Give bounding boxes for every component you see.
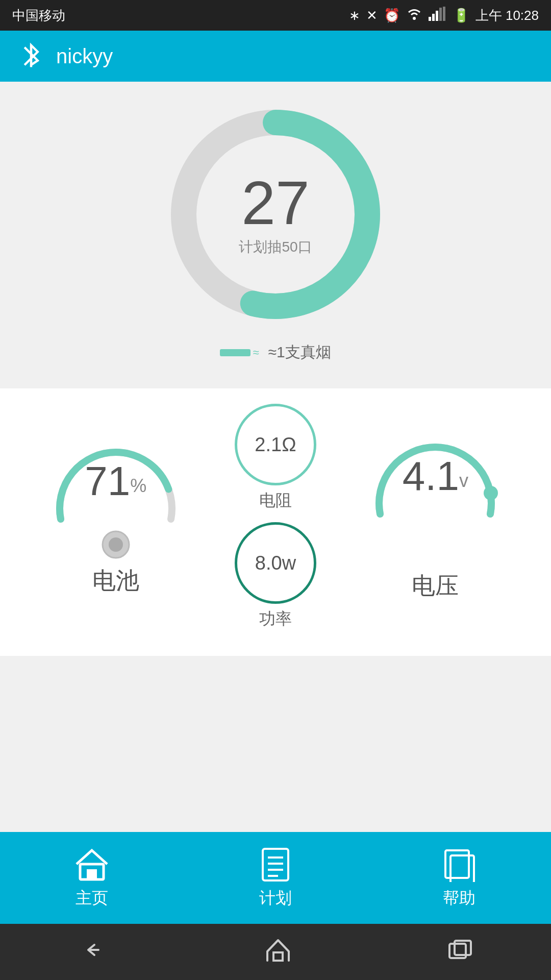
- power-gauge: 8.0w: [235, 522, 316, 604]
- svg-rect-5: [443, 7, 445, 21]
- svg-point-10: [109, 537, 123, 552]
- battery-arc-container: 71%: [49, 437, 182, 540]
- voltage-label: 电压: [412, 570, 459, 602]
- home-icon: [74, 846, 110, 882]
- main-content: 27 计划抽50口 ≈ ≈1支真烟: [0, 82, 551, 656]
- voltage-value: 4.1: [403, 453, 459, 499]
- svg-rect-3: [436, 11, 438, 21]
- plan-icon: [258, 846, 293, 882]
- voltage-value-container: 4.1v: [403, 453, 468, 500]
- cigarette-text: ≈1支真烟: [268, 342, 331, 363]
- nav-item-home[interactable]: 主页: [41, 846, 143, 910]
- system-nav: [0, 924, 551, 980]
- recents-button[interactable]: [447, 940, 473, 965]
- back-button[interactable]: [78, 940, 109, 965]
- power-label: 功率: [259, 608, 292, 630]
- svg-rect-1: [429, 17, 431, 21]
- donut-value: 27: [239, 172, 312, 233]
- svg-point-11: [484, 486, 498, 500]
- help-icon: [441, 846, 477, 882]
- svg-rect-2: [432, 14, 435, 21]
- mute-icon: ✕: [366, 8, 378, 23]
- time-label: 上午 10:28: [475, 7, 539, 24]
- status-right: ∗ ✕ ⏰ 🔋 上午 10:28: [349, 7, 539, 24]
- bluetooth-icon: [18, 41, 44, 71]
- resistance-label: 电阻: [259, 489, 292, 512]
- svg-rect-13: [87, 869, 97, 879]
- bluetooth-status-icon: ∗: [349, 8, 360, 23]
- battery-value-container: 71%: [85, 458, 146, 505]
- wifi-icon: [406, 7, 422, 24]
- nav-item-help[interactable]: 帮助: [408, 846, 510, 910]
- svg-rect-21: [273, 952, 283, 961]
- voltage-arc-container: 4.1v: [369, 432, 502, 534]
- center-gauges: 2.1Ω 电阻 8.0w 功率: [235, 404, 316, 630]
- bottom-nav: 主页 计划 帮助: [0, 832, 551, 924]
- cigarette-icon: ≈: [220, 346, 259, 359]
- carrier-label: 中国移动: [12, 7, 65, 24]
- power-group: 8.0w 功率: [235, 522, 316, 630]
- cig-smoke-icon: ≈: [253, 346, 259, 359]
- alarm-icon: ⏰: [384, 8, 400, 23]
- nav-label-help: 帮助: [443, 887, 475, 910]
- svg-point-0: [413, 17, 416, 20]
- resistance-group: 2.1Ω 电阻: [235, 404, 316, 512]
- battery-label: 电池: [92, 565, 139, 597]
- donut-label: 计划抽50口: [239, 237, 312, 257]
- signal-icon: [429, 7, 447, 24]
- battery-meter: 71% 电池: [44, 437, 187, 597]
- power-value: 8.0w: [255, 552, 296, 574]
- donut-chart: 27 计划抽50口: [163, 102, 388, 327]
- voltage-unit: v: [459, 470, 468, 491]
- resistance-gauge: 2.1Ω: [235, 404, 316, 485]
- meters-panel: 71% 电池 2.1Ω 电: [0, 388, 551, 656]
- cig-body: [220, 349, 251, 356]
- voltage-meter: 4.1v 电压: [364, 432, 507, 602]
- donut-center: 27 计划抽50口: [239, 172, 312, 257]
- cigarette-indicator: ≈ ≈1支真烟: [220, 342, 331, 363]
- app-header: nickyy: [0, 31, 551, 82]
- battery-unit: %: [130, 475, 146, 496]
- app-title: nickyy: [56, 45, 113, 68]
- meters-row: 71% 电池 2.1Ω 电: [10, 404, 541, 630]
- battery-status-icon: 🔋: [453, 8, 469, 23]
- home-button[interactable]: [265, 938, 291, 966]
- nav-label-home: 主页: [76, 887, 108, 910]
- battery-value: 71: [85, 458, 130, 504]
- resistance-value: 2.1Ω: [255, 434, 296, 456]
- status-bar: 中国移动 ∗ ✕ ⏰ 🔋: [0, 0, 551, 31]
- nav-label-plan: 计划: [259, 887, 292, 910]
- nav-item-plan[interactable]: 计划: [224, 846, 327, 910]
- svg-rect-4: [439, 8, 442, 21]
